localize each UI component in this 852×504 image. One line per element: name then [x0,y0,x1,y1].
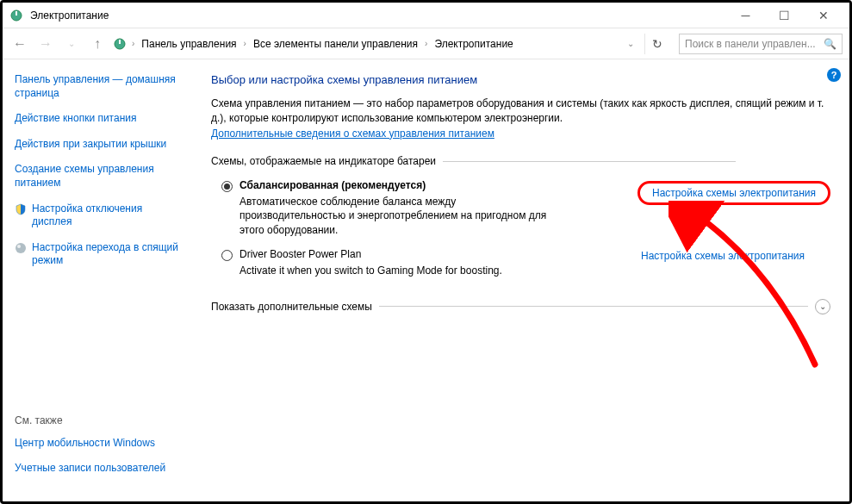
sidebar-link-power-button[interactable]: Действие кнопки питания [15,112,180,126]
chevron-right-icon: › [425,39,427,48]
sidebar-link-display-off[interactable]: Настройка отключения дисплея [32,202,180,229]
search-icon: 🔍 [824,38,836,50]
page-description: Схема управления питанием — это набор па… [211,96,830,126]
radio-driver-booster[interactable] [221,250,233,261]
refresh-button[interactable]: ↻ [644,34,669,54]
expand-button[interactable]: ⌄ [815,299,830,314]
radio-balanced[interactable] [221,181,233,192]
plan-description: Автоматическое соблюдение баланса между … [239,195,550,238]
main-content: ? Выбор или настройка схемы управления п… [192,59,849,501]
minimize-button[interactable]: ─ [726,3,765,28]
see-also-label: См. также [15,414,180,426]
breadcrumb-item[interactable]: Электропитание [434,38,513,50]
breadcrumb-item[interactable]: Все элементы панели управления [253,38,418,50]
sidebar-link-create-plan[interactable]: Создание схемы управления питанием [15,163,180,190]
plan-settings-link-driver-booster[interactable]: Настройка схемы электропитания [641,250,805,262]
help-icon[interactable]: ? [827,68,841,82]
titlebar: Электропитание ─ ☐ ✕ [3,3,849,28]
svg-point-5 [17,245,21,248]
power-plan-balanced: Сбалансированная (рекомендуется) Автомат… [211,174,830,243]
page-title: Выбор или настройка схемы управления пит… [211,73,830,86]
forward-button[interactable]: → [35,34,56,54]
window-title: Электропитание [30,9,726,22]
svg-rect-1 [16,11,17,16]
breadcrumb-dropdown[interactable]: ⌄ [627,39,634,48]
plan-description: Activate it when you switch to Gaming Mo… [239,264,550,278]
sidebar-link-sleep[interactable]: Настройка перехода в спящий режим [32,241,180,268]
svg-point-4 [16,243,26,253]
sidebar: Панель управления — домашняя страница Де… [3,59,192,501]
sidebar-home-link[interactable]: Панель управления — домашняя страница [15,73,180,100]
breadcrumb[interactable]: › Панель управления › Все элементы панел… [132,38,622,50]
divider [379,306,808,307]
more-info-link[interactable]: Дополнительные сведения о схемах управле… [211,128,494,140]
plan-name[interactable]: Driver Booster Power Plan [239,248,634,260]
sidebar-link-accounts[interactable]: Учетные записи пользователей [15,462,180,476]
navbar: ← → ⌄ ↑ › Панель управления › Все элемен… [3,28,849,59]
sidebar-link-lid-close[interactable]: Действия при закрытии крышки [15,138,180,152]
show-more-label: Показать дополнительные схемы [211,301,372,313]
chevron-right-icon: › [244,39,246,48]
power-icon [9,9,23,22]
orb-icon [15,242,27,254]
recent-dropdown[interactable]: ⌄ [61,34,82,54]
show-more-plans[interactable]: Показать дополнительные схемы ⌄ [211,299,830,314]
breadcrumb-item[interactable]: Панель управления [141,38,236,50]
plan-name[interactable]: Сбалансированная (рекомендуется) [239,179,631,191]
up-button[interactable]: ↑ [87,34,108,54]
sidebar-bottom: См. также Центр мобильности Windows Учет… [15,414,180,488]
maximize-button[interactable]: ☐ [765,3,804,28]
sidebar-link-mobility[interactable]: Центр мобильности Windows [15,437,180,451]
svg-rect-3 [119,40,121,44]
shield-icon [15,203,27,215]
power-plan-driver-booster: Driver Booster Power Plan Activate it wh… [211,243,830,283]
plan-settings-link-balanced[interactable]: Настройка схемы электропитания [637,181,830,205]
search-placeholder: Поиск в панели управлен... [685,38,816,50]
power-icon [113,37,127,51]
plans-section-label: Схемы, отображаемые на индикаторе батаре… [211,155,830,167]
close-button[interactable]: ✕ [804,3,843,28]
chevron-right-icon: › [132,39,134,48]
back-button[interactable]: ← [9,34,30,54]
search-input[interactable]: Поиск в панели управлен... 🔍 [679,34,843,54]
